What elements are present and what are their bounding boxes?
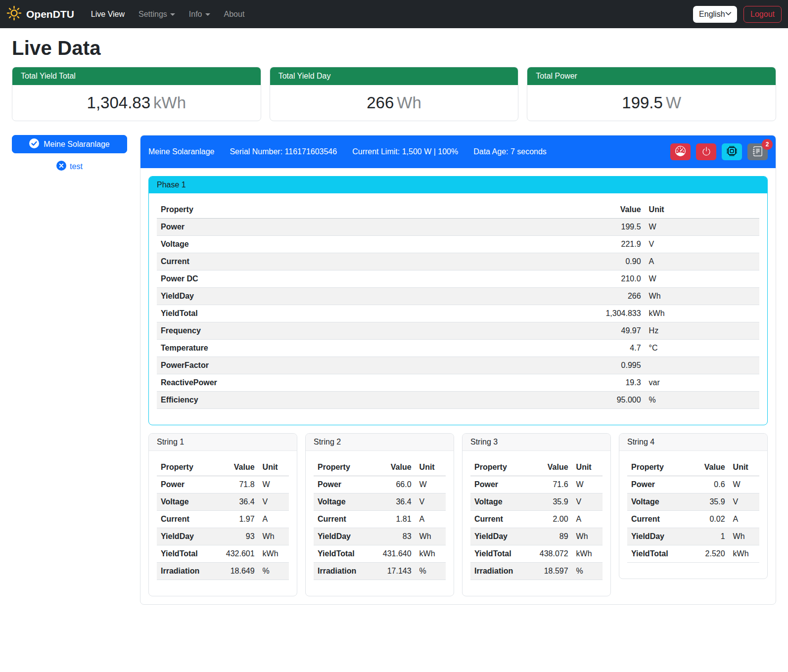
property-cell: Voltage <box>157 236 560 253</box>
table-row: YieldTotal2.520kWh <box>627 545 759 563</box>
property-cell: Voltage <box>627 493 688 511</box>
unit-cell: Wh <box>645 288 759 305</box>
value-cell: 35.9 <box>531 493 572 511</box>
value-cell: 18.649 <box>218 563 259 580</box>
table-row: YieldDay266Wh <box>157 288 759 305</box>
table-row: Current1.81A <box>314 511 446 528</box>
value-cell: 199.5 <box>560 219 645 236</box>
unit-cell: W <box>729 476 759 493</box>
language-select[interactable]: English <box>693 6 737 23</box>
unit-cell: % <box>416 563 446 580</box>
total-power-card: Total Power 199.5W <box>527 67 776 121</box>
unit-cell: W <box>416 476 446 493</box>
property-cell: Irradiation <box>470 563 531 580</box>
nav-item-live-view[interactable]: Live View <box>85 6 131 23</box>
value-cell: 19.3 <box>560 374 645 392</box>
value-cell: 18.597 <box>531 563 572 580</box>
logout-button[interactable]: Logout <box>743 6 782 23</box>
property-cell: Current <box>470 511 531 528</box>
unit-column-header: Unit <box>572 459 603 476</box>
value-cell: 71.6 <box>531 476 572 493</box>
inverter-selector-active[interactable]: Meine Solaranlage <box>12 135 127 153</box>
table-row: Voltage36.4V <box>314 493 446 511</box>
nav-item-about[interactable]: About <box>218 6 251 23</box>
inverter-selector-label: Meine Solaranlage <box>44 140 109 149</box>
unit-cell: % <box>572 563 603 580</box>
table-row: YieldDay93Wh <box>157 528 289 545</box>
value-cell: 431.640 <box>374 545 416 563</box>
journal-text-icon <box>753 146 763 158</box>
value-cell: 35.9 <box>688 493 729 511</box>
table-header-row: Property Value Unit <box>627 459 759 476</box>
value-cell: 221.9 <box>560 236 645 253</box>
value-column-header: Value <box>218 459 259 476</box>
value-cell: 1.81 <box>374 511 416 528</box>
property-cell: Current <box>157 253 560 270</box>
phase-1-card: Phase 1 Property Value Unit Power199.5WV… <box>148 176 768 425</box>
property-cell: YieldDay <box>157 288 560 305</box>
property-cell: ReactivePower <box>157 374 560 392</box>
card-unit: kWh <box>153 93 186 112</box>
unit-cell: Hz <box>645 322 759 340</box>
value-cell: 0.6 <box>688 476 729 493</box>
nav-item-settings[interactable]: Settings <box>133 6 181 23</box>
property-cell: YieldDay <box>157 528 218 545</box>
inverter-limit: Current Limit: 1,500 W | 100% <box>352 147 458 156</box>
property-cell: YieldTotal <box>157 305 560 322</box>
unit-cell: kWh <box>645 305 759 322</box>
unit-cell <box>645 357 759 374</box>
property-cell: Power <box>470 476 531 493</box>
unit-cell: Wh <box>416 528 446 545</box>
table-row: YieldDay89Wh <box>470 528 603 545</box>
string-4-card: String 4 Property Value Unit <box>619 433 768 579</box>
value-cell: 17.143 <box>374 563 416 580</box>
power-icon <box>701 146 711 158</box>
unit-cell: V <box>572 493 603 511</box>
value-cell: 0.995 <box>560 357 645 374</box>
property-cell: Irradiation <box>157 563 218 580</box>
table-row: Frequency49.97Hz <box>157 322 759 340</box>
value-cell: 1,304.833 <box>560 305 645 322</box>
inverter-card: Meine Solaranlage Serial Number: 1161716… <box>140 135 776 605</box>
unit-cell: W <box>645 219 759 236</box>
brand[interactable]: OpenDTU <box>6 5 74 23</box>
limit-settings-button[interactable] <box>670 143 691 160</box>
property-cell: Frequency <box>157 322 560 340</box>
unit-column-header: Unit <box>259 459 289 476</box>
event-log-button[interactable]: 2 <box>747 143 768 160</box>
property-cell: Power <box>157 219 560 236</box>
card-value: 1,304.83 <box>87 93 150 112</box>
property-cell: Temperature <box>157 340 560 357</box>
value-cell: 1 <box>688 528 729 545</box>
nav-item-info[interactable]: Info <box>183 6 216 23</box>
chevron-down-icon <box>725 10 732 19</box>
value-cell: 2.520 <box>688 545 729 563</box>
phase-table: Property Value Unit Power199.5WVoltage22… <box>157 201 759 409</box>
value-cell: 66.0 <box>374 476 416 493</box>
unit-cell: % <box>259 563 289 580</box>
device-info-button[interactable] <box>722 143 742 160</box>
inverter-header: Meine Solaranlage Serial Number: 1161716… <box>140 135 776 168</box>
table-header-row: Property Value Unit <box>157 201 759 219</box>
inverter-name: Meine Solaranlage <box>148 147 214 156</box>
value-cell: 4.7 <box>560 340 645 357</box>
property-cell: Current <box>314 511 374 528</box>
property-cell: Voltage <box>157 493 218 511</box>
property-cell: YieldTotal <box>157 545 218 563</box>
value-cell: 0.90 <box>560 253 645 270</box>
unit-cell: A <box>645 253 759 270</box>
card-unit: W <box>666 93 681 112</box>
summary-cards: Total Yield Total 1,304.83kWh Total Yiel… <box>12 67 776 121</box>
power-control-button[interactable] <box>696 143 716 160</box>
value-cell: 210.0 <box>560 270 645 288</box>
table-row: YieldTotal432.601kWh <box>157 545 289 563</box>
unit-cell: Wh <box>729 528 759 545</box>
value-cell: 432.601 <box>218 545 259 563</box>
inverter-serial: Serial Number: 116171603546 <box>230 147 337 156</box>
inverter-selector-test[interactable]: test <box>12 161 127 173</box>
total-yield-total-card: Total Yield Total 1,304.83kWh <box>12 67 261 121</box>
total-yield-day-card: Total Yield Day 266Wh <box>270 67 519 121</box>
value-cell: 93 <box>218 528 259 545</box>
table-row: YieldDay1Wh <box>627 528 759 545</box>
unit-cell: kWh <box>259 545 289 563</box>
